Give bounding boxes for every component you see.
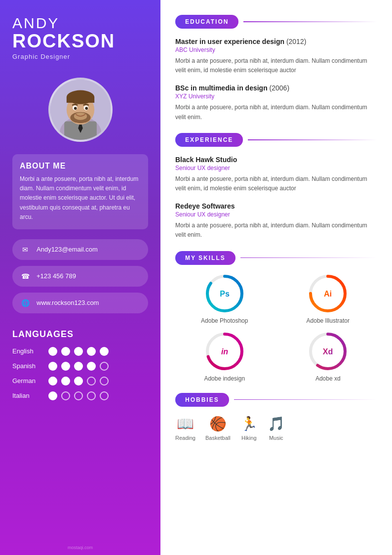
skill-item: in Adobe indesign bbox=[175, 332, 274, 382]
svg-text:Xd: Xd bbox=[323, 347, 333, 356]
svg-text:Ai: Ai bbox=[324, 290, 332, 298]
education-line bbox=[243, 21, 377, 22]
education-section: EDUCATION Master in user experience desi… bbox=[175, 15, 377, 122]
edu-desc: Morbi a ante posuere, porta nibh at, int… bbox=[175, 103, 377, 122]
language-row: English bbox=[12, 347, 148, 356]
hobby-name: Music bbox=[269, 435, 283, 441]
avatar bbox=[48, 78, 113, 142]
email-icon: ✉ bbox=[20, 244, 31, 255]
skills-grid: Ps Adobe Photoshop Ai Adobe Illust bbox=[175, 274, 377, 382]
main-content: EDUCATION Master in user experience desi… bbox=[160, 0, 392, 555]
hobby-name: Reading bbox=[175, 435, 196, 441]
first-name: ANDY bbox=[12, 15, 148, 32]
hobby-item: 🏀 Basketball bbox=[205, 416, 231, 441]
language-name: German bbox=[12, 377, 44, 384]
exp-company: Black Hawk Studio bbox=[175, 156, 377, 164]
dot-filled bbox=[87, 347, 96, 356]
language-row: German bbox=[12, 377, 148, 385]
skill-circle: in bbox=[205, 332, 244, 371]
dot-empty bbox=[100, 391, 109, 400]
education-badge: EDUCATION bbox=[175, 15, 238, 29]
dot-filled bbox=[74, 362, 83, 371]
languages-title: LANGUAGES bbox=[12, 329, 148, 340]
skills-badge: MY SKILLS bbox=[175, 251, 235, 265]
skills-header: MY SKILLS bbox=[175, 251, 377, 265]
dot-empty bbox=[61, 391, 70, 400]
svg-text:Ps: Ps bbox=[220, 290, 230, 298]
dot-empty bbox=[87, 377, 96, 385]
dot-filled bbox=[74, 347, 83, 356]
dot-filled bbox=[61, 347, 70, 356]
hobby-item: 🏃 Hiking bbox=[240, 416, 258, 441]
last-name: ROCKSON bbox=[12, 32, 148, 50]
skill-name: Adobe Photoshop bbox=[201, 317, 248, 324]
globe-icon: 🌐 bbox=[20, 298, 31, 308]
about-text: Morbi a ante posuere, porta nibh at, int… bbox=[20, 174, 141, 222]
hobby-item: 📖 Reading bbox=[175, 416, 196, 441]
dot-filled bbox=[87, 362, 96, 371]
language-name: Italian bbox=[12, 392, 44, 399]
dot-empty bbox=[100, 377, 109, 385]
hobby-icon: 🏃 bbox=[240, 416, 258, 432]
education-entry: Master in user experience design (2012) … bbox=[175, 38, 377, 75]
dot-filled bbox=[74, 377, 83, 385]
skills-section: MY SKILLS Ps Adobe Photoshop bbox=[175, 251, 377, 382]
experience-badge: EXPERIENCE bbox=[175, 133, 243, 147]
skill-name: Adobe indesign bbox=[204, 375, 245, 382]
about-box: ABOUT ME Morbi a ante posuere, porta nib… bbox=[12, 154, 148, 229]
education-list: Master in user experience design (2012) … bbox=[175, 38, 377, 122]
name-area: ANDY ROCKSON Graphic Designer bbox=[12, 15, 148, 60]
skill-circle: Ai bbox=[308, 274, 348, 313]
hobbies-header: HOBBIES bbox=[175, 393, 377, 407]
hobbies-line bbox=[234, 399, 377, 400]
languages-list: EnglishSpanishGermanItalian bbox=[12, 347, 148, 400]
language-dots bbox=[48, 347, 109, 356]
dot-empty bbox=[74, 391, 83, 400]
exp-company: Redeye Softwares bbox=[175, 202, 377, 210]
hobbies-badge: HOBBIES bbox=[175, 393, 229, 407]
experience-header: EXPERIENCE bbox=[175, 133, 377, 147]
svg-rect-13 bbox=[66, 97, 94, 103]
svg-point-11 bbox=[85, 107, 88, 110]
hobbies-section: HOBBIES 📖 Reading 🏀 Basketball 🏃 Hiking … bbox=[175, 393, 377, 441]
exp-desc: Morbi a ante posuere, porta nibh at, int… bbox=[175, 221, 377, 240]
watermark: mostaqi.com bbox=[68, 545, 93, 550]
skill-circle: Xd bbox=[308, 332, 348, 371]
exp-desc: Morbi a ante posuere, porta nibh at, int… bbox=[175, 174, 377, 193]
skill-item: Ai Adobe Illustrator bbox=[279, 274, 378, 324]
language-name: English bbox=[12, 347, 44, 355]
edu-desc: Morbi a ante posuere, porta nibh at, int… bbox=[175, 56, 377, 75]
edu-university: ABC University bbox=[175, 46, 377, 53]
experience-line bbox=[248, 139, 377, 140]
exp-role: Seniour UX designer bbox=[175, 165, 377, 171]
language-dots bbox=[48, 362, 109, 371]
dot-filled bbox=[48, 347, 57, 356]
email-value: Andy123@email.com bbox=[37, 246, 98, 253]
edu-degree: Master in user experience design (2012) bbox=[175, 38, 377, 45]
skill-name: Adobe Illustrator bbox=[307, 317, 350, 324]
dot-filled bbox=[48, 377, 57, 385]
skills-line bbox=[240, 257, 377, 258]
language-dots bbox=[48, 377, 109, 385]
language-row: Italian bbox=[12, 391, 148, 400]
phone-contact: ☎ +123 456 789 bbox=[12, 266, 148, 287]
dot-filled bbox=[48, 362, 57, 371]
sidebar: ANDY ROCKSON Graphic Designer bbox=[0, 0, 160, 555]
job-title: Graphic Designer bbox=[12, 53, 148, 60]
skill-item: Xd Adobe xd bbox=[279, 332, 378, 382]
svg-point-10 bbox=[74, 107, 77, 110]
dot-filled bbox=[100, 347, 109, 356]
dot-filled bbox=[48, 391, 57, 400]
dot-empty bbox=[87, 391, 96, 400]
phone-icon: ☎ bbox=[20, 271, 31, 282]
skill-item: Ps Adobe Photoshop bbox=[175, 274, 274, 324]
about-title: ABOUT ME bbox=[20, 162, 141, 171]
hobby-icon: 🎵 bbox=[268, 416, 285, 432]
language-name: Spanish bbox=[12, 362, 44, 370]
svg-text:in: in bbox=[221, 347, 228, 356]
website-value: www.rockson123.com bbox=[37, 299, 99, 306]
skill-circle: Ps bbox=[205, 274, 244, 313]
experience-list: Black Hawk Studio Seniour UX designer Mo… bbox=[175, 156, 377, 240]
experience-entry: Black Hawk Studio Seniour UX designer Mo… bbox=[175, 156, 377, 193]
education-entry: BSc in multimedia in design (2006) XYZ U… bbox=[175, 84, 377, 122]
